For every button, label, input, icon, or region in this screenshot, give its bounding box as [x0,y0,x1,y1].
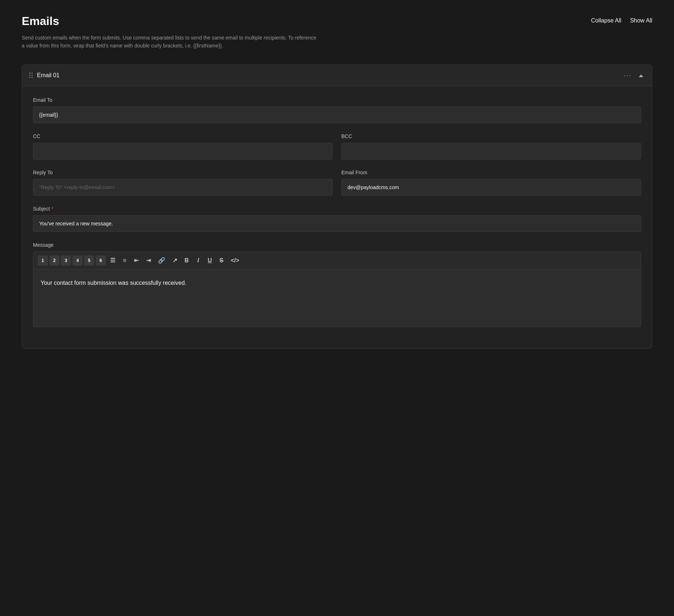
reply-to-group: Reply To [33,170,333,196]
heading5-button[interactable]: 5 [84,255,94,266]
message-toolbar: 1 2 3 4 5 6 ☰ ≡ ⇤ ⇥ 🔗 ↗ B I U S </> [33,251,641,269]
email-to-input[interactable] [33,107,641,123]
subject-input[interactable] [33,215,641,232]
external-link-button[interactable]: ↗ [170,255,180,266]
email-to-label: Email To [33,97,641,103]
bold-button[interactable]: B [182,255,192,266]
reply-to-input[interactable] [33,179,333,196]
ordered-list-button[interactable]: ≡ [120,255,130,266]
heading6-button[interactable]: 6 [96,255,106,266]
email-card-menu-button[interactable]: ··· [624,72,632,79]
subject-group: Subject* [33,206,641,232]
subject-label: Subject* [33,206,641,212]
message-label: Message [33,242,641,248]
link-button[interactable]: 🔗 [155,255,168,266]
chevron-up-icon [639,74,643,77]
email-card: Email 01 ··· Email To CC BCC Re [22,64,652,349]
email-card-header: Email 01 ··· [22,65,652,86]
underline-button[interactable]: U [205,255,215,266]
cc-group: CC [33,133,333,159]
heading4-button[interactable]: 4 [72,255,83,266]
email-to-group: Email To [33,97,641,123]
drag-handle[interactable] [29,72,33,78]
page-header: Emails Collapse All Show All [22,14,652,28]
message-content: Your contact form submission was success… [41,280,186,286]
heading1-button[interactable]: 1 [38,255,48,266]
email-from-input[interactable] [341,179,641,196]
cc-label: CC [33,133,333,139]
unordered-list-button[interactable]: ☰ [107,255,118,266]
message-group: Message 1 2 3 4 5 6 ☰ ≡ ⇤ ⇥ 🔗 ↗ B I U S … [33,242,641,327]
collapse-all-button[interactable]: Collapse All [591,17,621,24]
reply-to-label: Reply To [33,170,333,175]
header-actions: Collapse All Show All [591,14,652,24]
reply-to-from-row: Reply To Email From [33,170,641,206]
indent-left-button[interactable]: ⇤ [131,255,142,266]
email-card-header-right: ··· [624,71,645,80]
indent-right-button[interactable]: ⇥ [143,255,154,266]
email-card-header-left: Email 01 [29,72,59,79]
email-from-group: Email From [341,170,641,196]
bcc-group: BCC [341,133,641,159]
email-card-title: Email 01 [37,72,59,79]
page-title: Emails [22,14,59,28]
code-button[interactable]: </> [228,255,242,266]
strikethrough-button[interactable]: S [216,255,226,266]
heading2-button[interactable]: 2 [49,255,59,266]
bcc-input[interactable] [341,143,641,159]
italic-button[interactable]: I [193,255,203,266]
email-from-label: Email From [341,170,641,175]
message-editor[interactable]: Your contact form submission was success… [33,269,641,327]
heading3-button[interactable]: 3 [61,255,71,266]
show-all-button[interactable]: Show All [630,17,652,24]
subject-required-marker: * [51,206,53,212]
email-card-body: Email To CC BCC Reply To Email From [22,86,652,348]
email-card-collapse-button[interactable] [637,71,645,80]
cc-input[interactable] [33,143,333,159]
cc-bcc-row: CC BCC [33,133,641,170]
page-description: Send custom emails when the form submits… [22,34,319,50]
bcc-label: BCC [341,133,641,139]
